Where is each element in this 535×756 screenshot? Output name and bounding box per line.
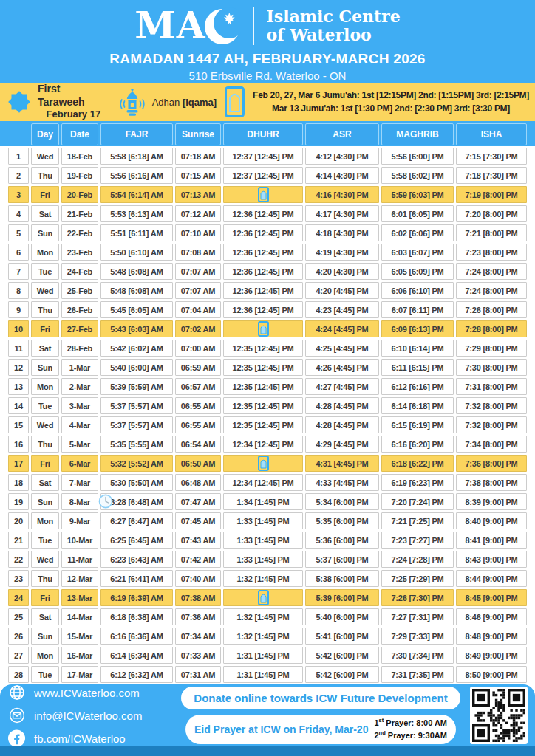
table-row: 18Sat7-Mar5:30 [5:50] AM06:48 AM12:34 [1…: [8, 474, 527, 491]
column-header-fajr: FAJR: [100, 123, 173, 145]
cell-dhuhr: 1:31 [1:45] PM: [223, 647, 303, 664]
cell-text: 12:36 [12:45] PM: [232, 286, 293, 295]
cell-text: 12:35 [12:45] PM: [232, 344, 293, 353]
footer-link[interactable]: fb.com/ICWaterloo: [7, 729, 171, 748]
cell-text: 5:41 [6:00] PM: [316, 632, 368, 641]
cell-day: Mon: [31, 244, 59, 261]
cell-text: 7:18 [7:30] PM: [465, 171, 517, 180]
table-row: 8Wed25-Feb5:48 [6:08] AM07:07 AM12:36 [1…: [8, 282, 527, 299]
cell-text: 7:34 [8:00] PM: [465, 440, 517, 449]
cell-text: 8:50 [9:00] PM: [465, 670, 517, 679]
cell-asr: 4:29 [4:45] PM: [305, 436, 379, 453]
cell-text: 7:38 [8:00] PM: [465, 478, 517, 487]
cell-date: 8-Mar: [61, 493, 98, 510]
cell-dhuhr: 12:35 [12:45] PM: [223, 378, 303, 395]
footer-link[interactable]: www.ICWaterloo.com: [7, 684, 171, 702]
cell-sunrise: 07:07 AM: [175, 263, 221, 280]
cell-maghrib: 5:58 [6:02] PM: [381, 167, 454, 184]
cell-fajr: 6:19 [6:39] AM: [100, 589, 173, 606]
cell-fajr: 5:45 [6:05] AM: [100, 301, 173, 318]
cell-isha: 7:31 [8:00] PM: [456, 378, 527, 395]
cell-sunrise: 07:47 AM: [175, 493, 221, 510]
cell-asr: 4:24 [4:45] PM: [305, 320, 379, 337]
prayer-table-zone: DayDateFAJRSunriseDHUHRASRMAGHRIBISHA 1W…: [0, 121, 535, 684]
cell-date: 17-Mar: [61, 666, 98, 683]
column-header-dhuhr: DHUHR: [223, 123, 303, 145]
cell-text: 7:26 [7:30] PM: [391, 594, 443, 602]
table-row: 13Mon2-Mar5:39 [5:59] AM06:57 AM12:35 [1…: [8, 378, 527, 395]
cell-text: 7:36 [8:00] PM: [465, 459, 517, 468]
cell-text: 4:27 [4:45] PM: [316, 382, 368, 391]
cell-text: 7:32 [8:00] PM: [465, 421, 517, 430]
cell-text: 7:20 [8:00] PM: [465, 210, 517, 219]
cell-dhuhr: 12:34 [12:45] PM: [223, 474, 303, 491]
cell-text: Thu: [38, 306, 52, 315]
eid-prayer-pill[interactable]: Eid Prayer at ICW on Friday, Mar-20 1st …: [185, 715, 456, 743]
cell-text: 21-Feb: [67, 210, 92, 219]
cell-day: Mon: [31, 647, 59, 664]
cell-date: 18-Feb: [61, 148, 98, 165]
cell-maghrib: 6:02 [6:06] PM: [381, 224, 454, 241]
cell-dhuhr: 12:36 [12:45] PM: [223, 282, 303, 299]
cell-text: 5:42 [6:00] PM: [316, 651, 368, 660]
donate-pill[interactable]: Donate online towards ICW Future Develop…: [181, 687, 460, 709]
cell-dhuhr: [223, 320, 303, 337]
cell-day: Fri: [31, 455, 59, 472]
cell-day: Sun: [31, 493, 59, 510]
cell-text: 6: [16, 248, 21, 257]
cell-text: 10: [14, 325, 23, 334]
cell-text: 07:15 AM: [181, 171, 215, 180]
cell-sunrise: 07:40 AM: [175, 570, 221, 587]
cell-text: 06:55 AM: [181, 402, 215, 410]
cell-text: 5:38 [6:00] PM: [316, 574, 368, 583]
cell-isha: 8:43 [9:00] PM: [456, 551, 527, 568]
footer-link[interactable]: info@ICWaterloo.com: [7, 707, 171, 725]
cell-text: 4:28 [4:45] PM: [316, 421, 368, 430]
jumuah-times-block: Feb 20, 27, Mar 6 Jumu'ah: 1st [12:15PM]…: [253, 89, 529, 115]
cell-text: 6:07 [6:11] PM: [392, 306, 444, 315]
cell-day: Wed: [31, 148, 59, 165]
cell-isha: 8:39 [9:00] PM: [456, 493, 527, 510]
cell-text: 12:36 [12:45] PM: [232, 306, 293, 315]
cell-text: 6:27 [6:47] AM: [110, 517, 163, 526]
cell-text: 5:37 [5:57] AM: [110, 421, 163, 430]
cell-text: 9: [16, 306, 21, 315]
cell-text: 7:31 [8:00] PM: [465, 382, 517, 391]
cell-text: 6:19 [6:39] AM: [110, 594, 163, 602]
cell-text: 6:15 [6:19] PM: [391, 421, 443, 430]
table-row: 6Mon23-Feb5:50 [6:10] AM07:08 AM12:36 [1…: [8, 244, 527, 261]
cell-maghrib: 7:31 [7:35] PM: [381, 666, 454, 683]
table-row: 28Tue17-Mar6:12 [6:32] AM07:31 AM1:31 [1…: [8, 666, 527, 683]
cell-text: 6:16 [6:36] AM: [110, 632, 163, 641]
cell-date: 4-Mar: [61, 416, 98, 433]
qr-code: [470, 687, 528, 744]
table-row: 9Thu26-Feb5:45 [6:05] AM07:04 AM12:36 [1…: [8, 301, 527, 318]
cell-date: 28-Feb: [61, 340, 98, 357]
cell-text: 6:14 [6:34] AM: [110, 651, 163, 660]
cell-isha: 7:26 [8:00] PM: [456, 301, 527, 318]
cell-text: 7:28 [8:00] PM: [465, 325, 517, 334]
cell-date: 10-Mar: [61, 532, 98, 549]
cell-text: 12:35 [12:45] PM: [232, 402, 293, 410]
cell-day: Thu: [31, 436, 59, 453]
cell-dhuhr: 12:36 [12:45] PM: [223, 205, 303, 222]
cell-text: 13-Mar: [67, 594, 92, 602]
iqama-word: [Iqama]: [183, 97, 217, 108]
cell-text: Sun: [38, 632, 52, 641]
cell-text: 7:24 [8:00] PM: [465, 286, 517, 295]
table-row-friday: 17Fri6-Mar5:32 [5:52] AM06:50 AM4:31 [4:…: [8, 455, 527, 472]
cell-text: 25: [14, 613, 23, 622]
cell-text: 8: [16, 286, 21, 295]
cell-text: 5:42 [6:02] AM: [110, 344, 163, 353]
cell-text: Sat: [39, 478, 52, 487]
cell-isha: 8:41 [9:00] PM: [456, 532, 527, 549]
cell-sunrise: 07:07 AM: [175, 282, 221, 299]
cell-sunrise: 06:54 AM: [175, 436, 221, 453]
cell-isha: 7:23 [8:00] PM: [456, 244, 527, 261]
cell-text: 5:32 [5:52] AM: [110, 459, 163, 468]
cell-sunrise: 07:02 AM: [175, 320, 221, 337]
cell-text: 1:34 [1:45] PM: [236, 498, 289, 506]
mac-logo: MA: [134, 6, 241, 46]
row-number: 20: [8, 512, 29, 529]
cell-dhuhr: 12:36 [12:45] PM: [223, 263, 303, 280]
